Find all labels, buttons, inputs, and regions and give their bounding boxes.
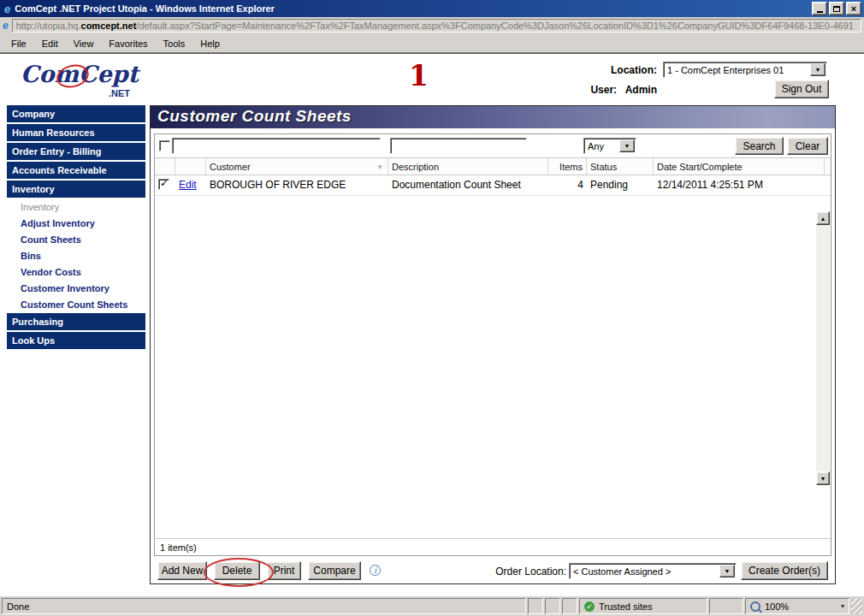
info-icon[interactable]: i (370, 565, 381, 576)
print-button[interactable]: Print (267, 561, 301, 580)
cell-customer: BOROUGH OF RIVER EDGE (206, 175, 388, 195)
sidebar-item[interactable]: Inventory (7, 199, 145, 216)
maximize-icon (833, 6, 840, 12)
close-button[interactable]: × (846, 2, 861, 15)
url-prefix: http://utopia.hq. (16, 21, 81, 31)
status-pane (528, 598, 543, 614)
user-label: User: (590, 84, 617, 96)
scroll-down-icon[interactable]: ▼ (816, 471, 830, 485)
sidebar-item[interactable]: Inventory (7, 181, 145, 198)
clear-button[interactable]: Clear (787, 137, 828, 155)
chevron-down-icon[interactable]: ▼ (719, 565, 735, 578)
menu-item[interactable]: Edit (34, 36, 66, 51)
chevron-down-icon[interactable]: ▼ (619, 139, 635, 152)
action-bar: Add New Delete Print Compare i Order Loc… (151, 560, 835, 582)
sidebar-item[interactable]: Customer Count Sheets (7, 297, 145, 313)
title-bar: e ComCept .NET Project Utopia - Windows … (0, 0, 864, 17)
user-value: Admin (625, 84, 657, 96)
customer-filter-input[interactable] (172, 138, 381, 154)
address-bar: e http://utopia.hq.comcept.net/default.a… (0, 17, 864, 34)
annotation-step-1: 1 (409, 59, 429, 92)
minimize-button[interactable] (812, 2, 827, 15)
sidebar-item[interactable]: Accounts Receivable (7, 162, 145, 179)
table-row: Edit BOROUGH OF RIVER EDGE Documentation… (155, 175, 831, 196)
resize-grip[interactable] (851, 598, 862, 614)
header-customer[interactable]: Customer▼ (206, 158, 388, 175)
status-bar: Done ✓ Trusted sites 100% ▾ (0, 595, 864, 616)
chevron-down-icon[interactable]: ▼ (810, 63, 826, 76)
page-icon: e (3, 20, 9, 32)
sidebar-item[interactable]: Customer Inventory (7, 281, 145, 297)
menu-item[interactable]: File (3, 36, 34, 51)
page-title: Customer Count Sheets (151, 106, 835, 128)
page-content: ComCept .NET 1 Location: 1 - ComCept Ent… (0, 53, 864, 595)
table-body: Edit BOROUGH OF RIVER EDGE Documentation… (155, 175, 831, 196)
item-count: 1 item(s) (155, 538, 831, 555)
window-controls: × (812, 2, 861, 15)
zoom-control[interactable]: 100% ▾ (745, 598, 849, 614)
status-pane (709, 598, 743, 614)
row-checkbox[interactable] (158, 179, 169, 190)
header-items[interactable]: Items (548, 158, 587, 175)
menu-item[interactable]: View (66, 36, 102, 51)
zone-text: Trusted sites (599, 601, 653, 612)
zoom-level: 100% (765, 601, 789, 612)
minimize-icon (817, 11, 823, 13)
logo-net-label: .NET (109, 88, 130, 98)
chevron-down-icon[interactable]: ▾ (841, 602, 844, 610)
header-edit-col (175, 158, 206, 175)
compare-button[interactable]: Compare (308, 561, 361, 580)
sign-out-button[interactable]: Sign Out (774, 80, 829, 98)
order-location-select[interactable]: < Customer Assigned > ▼ (569, 563, 737, 579)
header-description[interactable]: Description (388, 158, 548, 175)
header-date[interactable]: Date Start/Complete (654, 158, 825, 175)
cell-description: Documentation Count Sheet (388, 175, 548, 195)
sidebar-item[interactable]: Vendor Costs (7, 264, 145, 281)
menu-item[interactable]: Tools (156, 36, 193, 51)
edit-link[interactable]: Edit (179, 179, 197, 191)
menu-bar: FileEditViewFavoritesToolsHelp (0, 34, 864, 53)
sidebar-nav: Company Human Resources Order Entry - Bi… (7, 105, 145, 351)
ie-icon: e (4, 3, 10, 15)
grid-scrollbar[interactable]: ▲ ▼ (816, 211, 830, 485)
location-select[interactable]: 1 - ComCept Enterprises 01 ▼ (663, 62, 827, 78)
sidebar-item[interactable]: Purchasing (7, 313, 145, 330)
delete-button[interactable]: Delete (214, 561, 260, 580)
trusted-zone-icon: ✓ (584, 601, 595, 612)
sidebar-item[interactable]: Order Entry - Billing (7, 143, 145, 160)
cell-date: 12/14/2011 4:25:51 PM (654, 175, 825, 195)
main-panel: Customer Count Sheets Any ▼ Search Clear (150, 105, 836, 584)
maximize-button[interactable] (829, 2, 844, 15)
comcept-logo: ComCept .NET (21, 59, 133, 98)
sidebar-item[interactable]: Bins (7, 248, 145, 264)
location-label: Location: (547, 64, 657, 76)
status-filter-select[interactable]: Any ▼ (583, 138, 636, 154)
sidebar-item[interactable]: Look Ups (7, 332, 145, 349)
sidebar-item[interactable]: Human Resources (7, 124, 145, 141)
menu-item[interactable]: Favorites (101, 36, 155, 51)
create-orders-button[interactable]: Create Order(s) (741, 561, 828, 580)
window-title: ComCept .NET Project Utopia - Windows In… (15, 3, 275, 14)
url-field[interactable]: http://utopia.hq.comcept.net/default.asp… (12, 19, 861, 33)
sidebar-item[interactable]: Company (7, 105, 145, 122)
add-new-button[interactable]: Add New (157, 561, 207, 580)
url-domain: comcept.net (81, 21, 137, 31)
menu-item[interactable]: Help (192, 36, 228, 51)
cell-items: 4 (548, 175, 587, 195)
header-checkbox-col (155, 158, 175, 175)
sidebar-item[interactable]: Count Sheets (7, 232, 145, 248)
search-button[interactable]: Search (735, 137, 784, 155)
sidebar-item[interactable]: Adjust Inventory (7, 216, 145, 232)
header-status[interactable]: Status (587, 158, 654, 175)
description-filter-input[interactable] (390, 138, 527, 154)
status-text-pane: Done (2, 598, 526, 614)
status-text: Done (7, 601, 29, 612)
status-filter-value: Any (588, 141, 619, 151)
cell-status: Pending (587, 175, 654, 195)
scroll-up-icon[interactable]: ▲ (816, 211, 830, 225)
user-line: User: Admin (547, 84, 657, 96)
url-path: /default.aspx?StartPage=Maintenance%2FTa… (136, 21, 854, 31)
table-header: Customer▼ Description Items Status Date … (155, 158, 831, 175)
select-all-checkbox[interactable] (159, 140, 170, 151)
status-pane (545, 598, 560, 614)
